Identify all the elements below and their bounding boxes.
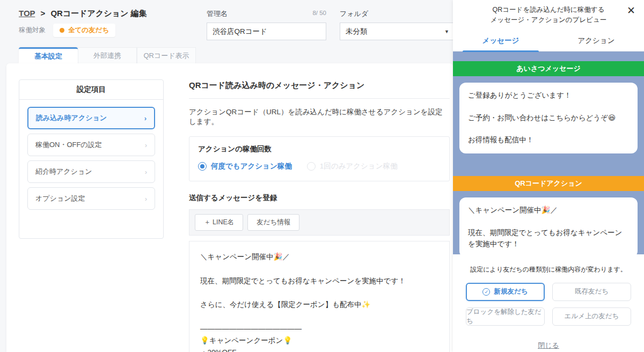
name-input[interactable]: 渋谷店QRコード [207,23,326,40]
folder-select[interactable]: 未分類 ▼ [340,23,454,40]
breadcrumb-current: QRコードアクション 編集 [50,9,147,18]
chevron-right-icon: › [145,168,147,176]
target-row: 稼働対象 全ての友だち [19,24,115,37]
tab-qr-display[interactable]: QRコード表示 [137,47,196,63]
settings-menu-card: 設定項目 読み込み時アクション › 稼働ON・OFFの設定 › 紹介時アクション… [19,79,164,239]
friend-btn-new[interactable]: ✓ 新規友だち [466,283,545,301]
radio-unlimited-checked[interactable] [198,162,207,171]
friend-btn-on-lme[interactable]: エルメ上の友だち [552,307,631,326]
preview-tabs: メッセージ アクション [453,31,644,52]
chat-preview-area: あいさつメッセージ ご登録ありがとうございます！ ご予約・お問い合わせはこちらか… [453,52,644,254]
friend-type-buttons: ✓ 新規友だち 既存友だち ブロックを解除した友だち エルメ上の友だち [466,283,631,326]
page-tabs: 基本設定 外部連携 QRコード表示 [19,47,196,63]
sidebar-item-label: 読み込み時アクション [36,113,107,123]
chevron-right-icon: › [145,141,147,149]
insert-line-name-button[interactable]: ＋ LINE名 [195,214,243,231]
preview-tab-action[interactable]: アクション [548,31,644,51]
friend-btn-existing[interactable]: 既存友だち [552,283,631,301]
name-field-label: 管理名 [207,10,228,18]
greeting-message-bubble: ご登録ありがとうございます！ ご予約・お問い合わせはこちらからどうぞ😆 お得情報… [459,83,638,154]
sidebar-item-on-off[interactable]: 稼働ON・OFFの設定 › [27,134,155,156]
preview-note: 設定により友だちの種類別に稼働内容が変わります。 [453,265,644,274]
close-icon[interactable]: ✕ [627,4,635,17]
friend-btn-label: 既存友だち [575,287,609,296]
caret-down-icon: ▼ [444,29,449,34]
chevron-right-icon: › [145,195,147,203]
editor-region: TOP > QRコードアクション 編集 稼働対象 全ての友だち 管理名 8/ 5… [0,0,453,352]
folder-field-label: フォルダ [340,10,368,18]
sidebar-item-label: 紹介時アクション [35,167,92,177]
settings-menu-title: 設定項目 [19,80,163,100]
sidebar-item-referral-action[interactable]: 紹介時アクション › [27,160,155,183]
message-toolbar: ＋ LINE名 友だち情報 [189,209,450,236]
sidebar-item-scan-action[interactable]: 読み込み時アクション › [27,107,155,129]
close-link[interactable]: 閉じる [453,341,644,350]
preview-title: QRコードを読み込んだ時に稼働する メッセージ・アクションのプレビュー [453,0,644,26]
check-circle-icon: ✓ [482,288,490,296]
target-badge: 全ての友だち [53,24,115,37]
chevron-right-icon: › [144,114,147,122]
qr-action-banner: QRコードアクション [453,176,644,191]
main-column: QRコード読み込み時のメッセージ・アクション アクションQRコード（URL）を読… [189,75,450,352]
sidebar-item-label: オプション設定 [35,194,85,203]
message-editor-textarea[interactable]: ＼キャンペーン開催中🎉／ 現在、期間限定でとってもお得なキャンペーンを実施中です… [189,241,450,352]
breadcrumb-separator: > [40,9,45,18]
tab-basic-settings[interactable]: 基本設定 [19,47,78,63]
target-badge-label: 全ての友だち [68,26,109,35]
radio-once-label: 1回のみアクション稼働 [320,162,398,171]
orange-dot-icon [60,28,64,33]
qr-action-bubble: ＼キャンペーン開催中🎉／ 現在、期間限定でとってもお得なキャンペーンを実施中です… [459,197,638,254]
breadcrumb: TOP > QRコードアクション 編集 [19,9,147,19]
preview-panel: QRコードを読み込んだ時に稼働する メッセージ・アクションのプレビュー ✕ メッ… [453,0,644,352]
friend-btn-label: 新規友だち [494,287,528,296]
folder-field-group: フォルダ 未分類 ▼ [340,9,454,40]
preview-tab-message[interactable]: メッセージ [453,31,548,51]
main-content-card: 設定項目 読み込み時アクション › 稼働ON・OFFの設定 › 紹介時アクション… [6,63,453,352]
name-char-counter: 8/ 50 [312,10,326,16]
action-count-title: アクションの稼働回数 [198,144,441,154]
section-title: QRコード読み込み時のメッセージ・アクション [189,75,450,99]
greeting-message-banner: あいさつメッセージ [453,61,644,76]
friend-btn-label: エルメ上の友だち [565,312,619,321]
folder-select-value: 未分類 [346,27,368,36]
friend-info-button[interactable]: 友だち情報 [247,214,299,231]
name-field-group: 管理名 8/ 50 渋谷店QRコード [207,9,326,40]
breadcrumb-top-link[interactable]: TOP [19,9,35,18]
action-count-box: アクションの稼働回数 何度でもアクション稼働 1回のみアクション稼働 [189,136,450,181]
radio-once-unchecked[interactable] [307,162,316,171]
sidebar-item-label: 稼働ON・OFFの設定 [35,140,102,150]
message-section-title: 送信するメッセージを登録 [189,193,450,203]
section-description: アクションQRコード（URL）を読み込んだ時に稼働させるアクションを設定します。 [189,107,450,127]
tab-external-link[interactable]: 外部連携 [78,47,137,63]
settings-menu-items: 読み込み時アクション › 稼働ON・OFFの設定 › 紹介時アクション › オプ… [19,100,163,210]
sidebar-item-option-settings[interactable]: オプション設定 › [27,187,155,210]
friend-btn-unblocked[interactable]: ブロックを解除した友だち [466,307,545,326]
radio-unlimited-label[interactable]: 何度でもアクション稼働 [211,162,292,171]
target-label: 稼働対象 [19,26,46,35]
action-count-options: 何度でもアクション稼働 1回のみアクション稼働 [198,162,441,171]
friend-btn-label: ブロックを解除した友だち [466,307,544,326]
